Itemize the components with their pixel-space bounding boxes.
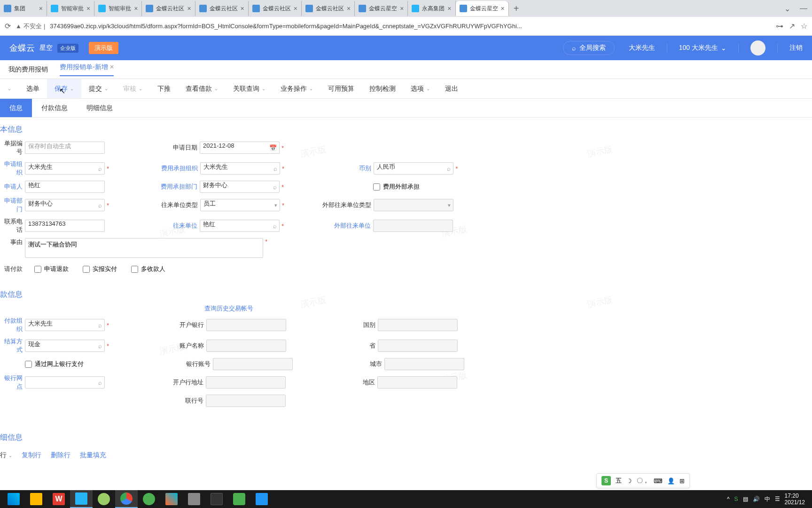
push-button[interactable]: 下推: [150, 79, 178, 98]
star-icon[interactable]: ☆: [801, 22, 807, 31]
budget-button[interactable]: 可用预算: [320, 79, 362, 98]
browser-tab-1[interactable]: 智能审批×: [47, 1, 94, 16]
search-icon[interactable]: ⌕: [447, 165, 451, 172]
search-icon[interactable]: ⌕: [273, 222, 277, 230]
type-field[interactable]: 员工▾: [200, 199, 280, 211]
org-field[interactable]: 大米先生⌕: [25, 162, 105, 175]
label-cost-dept[interactable]: 费用承担部门: [155, 183, 197, 191]
browser-360[interactable]: [93, 490, 115, 508]
close-icon[interactable]: ×: [86, 5, 90, 12]
browser-tab-4[interactable]: 金蝶云社区×: [195, 1, 249, 16]
options-button[interactable]: 选项⌄: [403, 79, 437, 98]
avatar[interactable]: [750, 40, 765, 56]
reason-field[interactable]: 测试一下融合协同: [25, 238, 263, 258]
biz-op-button[interactable]: 业务操作⌄: [273, 79, 320, 98]
ime-bar[interactable]: S 五 ☽ 〇， ⌨ 👤 ⊞: [596, 473, 690, 488]
settle-field[interactable]: 现金⌕: [25, 340, 105, 352]
close-icon[interactable]: ×: [347, 5, 351, 12]
sub-tab-info[interactable]: 信息: [0, 99, 32, 117]
cost-dept-field[interactable]: 财务中心⌕: [200, 181, 280, 193]
action-prev[interactable]: ⌄: [0, 79, 19, 98]
tray-sogou-icon[interactable]: S: [734, 496, 738, 502]
audit-button[interactable]: 审核⌄: [116, 79, 150, 98]
delete-row-button[interactable]: 删除行: [51, 451, 70, 459]
close-icon[interactable]: ×: [110, 63, 114, 71]
key-icon[interactable]: ⊶: [776, 22, 783, 31]
label-settle[interactable]: 结算方式: [0, 337, 23, 354]
sub-tab-detail[interactable]: 明细信息: [77, 99, 122, 117]
cost-org-field[interactable]: 大米先生⌕: [200, 162, 280, 175]
label-applicant[interactable]: 申请人: [0, 183, 23, 191]
tray-lang-icon[interactable]: 中: [765, 495, 770, 503]
tray-expand-icon[interactable]: ^: [727, 496, 730, 502]
pay-org-field[interactable]: 大米先生⌕: [25, 319, 105, 331]
close-icon[interactable]: ×: [39, 5, 43, 12]
sub-tab-payment[interactable]: 付款信息: [32, 99, 77, 117]
exit-button[interactable]: 退出: [437, 79, 466, 98]
close-icon[interactable]: ×: [187, 5, 191, 12]
label-org[interactable]: 申请组织: [0, 160, 23, 177]
external-checkbox[interactable]: 费用外部承担: [373, 183, 420, 191]
batch-fill-button[interactable]: 批量填充: [80, 451, 106, 459]
browser-tab-6[interactable]: 金蝶云社区×: [302, 1, 355, 16]
browser-tab-8[interactable]: 永高集团×: [408, 1, 455, 16]
close-icon[interactable]: ×: [134, 5, 138, 12]
grid-icon[interactable]: ⊞: [679, 477, 685, 484]
tray-note-icon[interactable]: ▤: [743, 496, 748, 502]
wps-app[interactable]: W: [47, 490, 70, 508]
tab-expense-new[interactable]: 费用报销单-新增×: [60, 63, 114, 76]
file-explorer[interactable]: [25, 490, 47, 508]
sq-app[interactable]: [250, 490, 273, 508]
checkbox[interactable]: [34, 266, 41, 273]
keyboard-icon[interactable]: ⌨: [654, 477, 663, 484]
browser-tab-7[interactable]: 金蝶云星空×: [355, 1, 408, 16]
tray-clock[interactable]: 17:20 2021/12: [785, 492, 805, 506]
tab-my-expense[interactable]: 我的费用报销: [8, 65, 48, 74]
label-cost-org[interactable]: 费用承担组织: [156, 164, 198, 173]
close-icon[interactable]: ×: [447, 5, 451, 12]
browser-tab-2[interactable]: 智能审批×: [94, 1, 142, 16]
online-pay-checkbox[interactable]: 通过网上银行支付: [25, 360, 84, 368]
label-dept[interactable]: 申请部门: [0, 197, 23, 214]
doc-no-field[interactable]: 保存时自动生成: [25, 142, 105, 154]
checkbox[interactable]: [83, 266, 90, 273]
tray-action-icon[interactable]: ☰: [775, 496, 780, 502]
calendar-icon[interactable]: 📅: [269, 144, 277, 151]
refund-checkbox[interactable]: 申请退款: [34, 265, 69, 273]
date-field[interactable]: 2021-12-08📅: [200, 142, 280, 154]
phone-field[interactable]: 13873134763: [25, 220, 105, 232]
browser-tab-5[interactable]: 金蝶云社区×: [249, 1, 302, 16]
copy-row-button[interactable]: 复制行: [22, 451, 41, 459]
label-pay-org[interactable]: 付款组织: [0, 317, 23, 333]
moon-icon[interactable]: ☽: [626, 477, 632, 484]
search-icon[interactable]: ⌕: [273, 183, 277, 190]
browser-tab-3[interactable]: 金蝶云社区×: [142, 1, 195, 16]
close-icon[interactable]: ×: [400, 5, 404, 12]
label-unit[interactable]: 往来单位: [155, 222, 197, 230]
row-dropdown[interactable]: 行 ⌄: [0, 451, 12, 459]
applicant-field[interactable]: 艳红: [25, 181, 105, 193]
close-icon[interactable]: ×: [501, 5, 505, 12]
search-icon[interactable]: ⌕: [273, 165, 277, 172]
close-icon[interactable]: ×: [294, 5, 297, 12]
dept-field[interactable]: 财务中心⌕: [25, 199, 105, 211]
view-loan-button[interactable]: 查看借款⌄: [178, 79, 226, 98]
global-search[interactable]: ⌕ 全局搜索: [563, 41, 615, 55]
browser-tab-0[interactable]: 集团×: [0, 1, 47, 16]
close-icon[interactable]: ×: [241, 5, 244, 12]
branch-field[interactable]: ⌕: [25, 376, 105, 389]
new-tab-button[interactable]: +: [509, 3, 524, 14]
share-icon[interactable]: ↗: [789, 22, 795, 31]
start-button[interactable]: [2, 490, 25, 508]
screen-app[interactable]: [183, 490, 205, 508]
multi-payee-checkbox[interactable]: 多收款人: [131, 265, 165, 273]
history-link[interactable]: 查询历史交易帐号: [204, 304, 253, 313]
submit-button[interactable]: 提交⌄: [81, 79, 116, 98]
select-order-button[interactable]: 选单: [19, 79, 47, 98]
chrome-app[interactable]: [115, 490, 138, 508]
real-pay-checkbox[interactable]: 实报实付: [83, 265, 117, 273]
checkbox[interactable]: [25, 361, 32, 368]
browser-tab-9[interactable]: 金蝶云星空×: [456, 1, 509, 16]
search-icon[interactable]: ⌕: [98, 202, 102, 209]
terminal-app[interactable]: [205, 490, 228, 508]
